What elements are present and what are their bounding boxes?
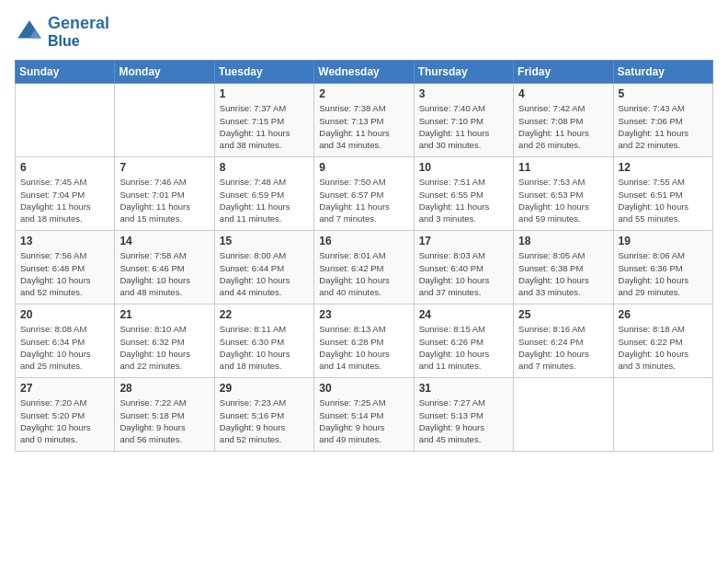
day-info: Sunrise: 7:38 AM Sunset: 7:13 PM Dayligh…	[319, 102, 408, 151]
calendar-header-row: SundayMondayTuesdayWednesdayThursdayFrid…	[16, 61, 713, 84]
day-number: 15	[220, 235, 309, 247]
day-cell: 11Sunrise: 7:53 AM Sunset: 6:53 PM Dayli…	[514, 157, 613, 231]
day-number: 16	[319, 235, 408, 247]
day-cell: 16Sunrise: 8:01 AM Sunset: 6:42 PM Dayli…	[314, 231, 414, 304]
day-number: 29	[220, 382, 309, 395]
day-cell: 4Sunrise: 7:42 AM Sunset: 7:08 PM Daylig…	[514, 84, 613, 157]
day-info: Sunrise: 7:40 AM Sunset: 7:10 PM Dayligh…	[419, 102, 508, 151]
day-info: Sunrise: 7:58 AM Sunset: 6:46 PM Dayligh…	[119, 249, 209, 298]
day-info: Sunrise: 8:13 AM Sunset: 6:28 PM Dayligh…	[319, 323, 408, 372]
day-info: Sunrise: 8:06 AM Sunset: 6:36 PM Dayligh…	[619, 249, 708, 298]
day-info: Sunrise: 7:48 AM Sunset: 6:59 PM Dayligh…	[220, 176, 309, 224]
day-info: Sunrise: 7:45 AM Sunset: 7:04 PM Dayligh…	[20, 176, 109, 224]
day-number: 17	[419, 235, 508, 247]
day-cell	[514, 378, 613, 452]
day-info: Sunrise: 7:42 AM Sunset: 7:08 PM Dayligh…	[518, 102, 608, 151]
calendar-table: SundayMondayTuesdayWednesdayThursdayFrid…	[15, 60, 713, 452]
day-cell: 23Sunrise: 8:13 AM Sunset: 6:28 PM Dayli…	[314, 304, 414, 378]
day-cell: 22Sunrise: 8:11 AM Sunset: 6:30 PM Dayli…	[214, 304, 313, 378]
day-cell: 25Sunrise: 8:16 AM Sunset: 6:24 PM Dayli…	[514, 304, 613, 378]
day-cell: 28Sunrise: 7:22 AM Sunset: 5:18 PM Dayli…	[115, 378, 214, 452]
day-number: 6	[20, 161, 109, 174]
col-header-monday: Monday	[115, 61, 214, 84]
day-cell: 5Sunrise: 7:43 AM Sunset: 7:06 PM Daylig…	[613, 84, 712, 157]
day-info: Sunrise: 7:43 AM Sunset: 7:06 PM Dayligh…	[619, 102, 708, 151]
day-info: Sunrise: 8:00 AM Sunset: 6:44 PM Dayligh…	[220, 249, 309, 298]
day-cell: 3Sunrise: 7:40 AM Sunset: 7:10 PM Daylig…	[414, 84, 513, 157]
day-info: Sunrise: 8:15 AM Sunset: 6:26 PM Dayligh…	[419, 323, 508, 372]
day-cell: 24Sunrise: 8:15 AM Sunset: 6:26 PM Dayli…	[414, 304, 513, 378]
day-info: Sunrise: 8:05 AM Sunset: 6:38 PM Dayligh…	[518, 249, 608, 298]
day-info: Sunrise: 8:10 AM Sunset: 6:32 PM Dayligh…	[119, 323, 209, 372]
day-cell: 8Sunrise: 7:48 AM Sunset: 6:59 PM Daylig…	[214, 157, 313, 231]
week-row-3: 13Sunrise: 7:56 AM Sunset: 6:48 PM Dayli…	[16, 231, 713, 304]
day-number: 2	[319, 87, 408, 100]
day-cell: 14Sunrise: 7:58 AM Sunset: 6:46 PM Dayli…	[115, 231, 214, 304]
day-cell: 21Sunrise: 8:10 AM Sunset: 6:32 PM Dayli…	[115, 304, 214, 378]
day-cell: 29Sunrise: 7:23 AM Sunset: 5:16 PM Dayli…	[214, 378, 313, 452]
day-info: Sunrise: 7:22 AM Sunset: 5:18 PM Dayligh…	[119, 396, 209, 445]
week-row-1: 1Sunrise: 7:37 AM Sunset: 7:15 PM Daylig…	[16, 84, 713, 157]
col-header-tuesday: Tuesday	[214, 61, 313, 84]
day-cell: 17Sunrise: 8:03 AM Sunset: 6:40 PM Dayli…	[414, 231, 513, 304]
col-header-saturday: Saturday	[613, 61, 712, 84]
day-cell: 20Sunrise: 8:08 AM Sunset: 6:34 PM Dayli…	[16, 304, 115, 378]
day-info: Sunrise: 8:01 AM Sunset: 6:42 PM Dayligh…	[319, 249, 408, 298]
day-info: Sunrise: 7:23 AM Sunset: 5:16 PM Dayligh…	[220, 396, 309, 445]
col-header-friday: Friday	[514, 61, 613, 84]
day-info: Sunrise: 8:03 AM Sunset: 6:40 PM Dayligh…	[419, 249, 508, 298]
day-number: 11	[518, 161, 608, 174]
day-number: 25	[518, 308, 608, 321]
day-number: 1	[220, 87, 309, 100]
day-number: 13	[20, 235, 109, 247]
day-info: Sunrise: 7:25 AM Sunset: 5:14 PM Dayligh…	[319, 396, 408, 445]
day-number: 7	[119, 161, 209, 174]
day-info: Sunrise: 8:16 AM Sunset: 6:24 PM Dayligh…	[518, 323, 608, 372]
day-info: Sunrise: 8:18 AM Sunset: 6:22 PM Dayligh…	[619, 323, 708, 372]
day-number: 30	[319, 382, 408, 395]
page-header: General Blue	[15, 15, 713, 49]
week-row-2: 6Sunrise: 7:45 AM Sunset: 7:04 PM Daylig…	[16, 157, 713, 231]
day-cell: 30Sunrise: 7:25 AM Sunset: 5:14 PM Dayli…	[314, 378, 414, 452]
day-number: 3	[419, 87, 508, 100]
day-cell: 12Sunrise: 7:55 AM Sunset: 6:51 PM Dayli…	[613, 157, 712, 231]
day-cell: 1Sunrise: 7:37 AM Sunset: 7:15 PM Daylig…	[214, 84, 313, 157]
week-row-5: 27Sunrise: 7:20 AM Sunset: 5:20 PM Dayli…	[16, 378, 713, 452]
day-number: 22	[220, 308, 309, 321]
day-info: Sunrise: 8:11 AM Sunset: 6:30 PM Dayligh…	[220, 323, 309, 372]
day-cell: 6Sunrise: 7:45 AM Sunset: 7:04 PM Daylig…	[16, 157, 115, 231]
day-info: Sunrise: 7:46 AM Sunset: 7:01 PM Dayligh…	[119, 176, 209, 224]
logo: General Blue	[15, 15, 109, 49]
logo-icon	[15, 17, 44, 47]
day-number: 23	[319, 308, 408, 321]
day-number: 8	[220, 161, 309, 174]
day-cell: 7Sunrise: 7:46 AM Sunset: 7:01 PM Daylig…	[115, 157, 214, 231]
day-info: Sunrise: 8:08 AM Sunset: 6:34 PM Dayligh…	[20, 323, 109, 372]
day-cell: 10Sunrise: 7:51 AM Sunset: 6:55 PM Dayli…	[414, 157, 513, 231]
day-cell: 26Sunrise: 8:18 AM Sunset: 6:22 PM Dayli…	[613, 304, 712, 378]
day-cell: 31Sunrise: 7:27 AM Sunset: 5:13 PM Dayli…	[414, 378, 513, 452]
day-number: 9	[319, 161, 408, 174]
week-row-4: 20Sunrise: 8:08 AM Sunset: 6:34 PM Dayli…	[16, 304, 713, 378]
day-cell: 13Sunrise: 7:56 AM Sunset: 6:48 PM Dayli…	[16, 231, 115, 304]
day-info: Sunrise: 7:37 AM Sunset: 7:15 PM Dayligh…	[220, 102, 309, 151]
day-number: 31	[419, 382, 508, 395]
day-number: 10	[419, 161, 508, 174]
day-number: 18	[518, 235, 608, 247]
col-header-sunday: Sunday	[16, 61, 115, 84]
col-header-wednesday: Wednesday	[314, 61, 414, 84]
day-cell: 27Sunrise: 7:20 AM Sunset: 5:20 PM Dayli…	[16, 378, 115, 452]
day-number: 28	[119, 382, 209, 395]
day-cell: 2Sunrise: 7:38 AM Sunset: 7:13 PM Daylig…	[314, 84, 414, 157]
day-info: Sunrise: 7:27 AM Sunset: 5:13 PM Dayligh…	[419, 396, 508, 445]
day-number: 24	[419, 308, 508, 321]
day-number: 21	[119, 308, 209, 321]
day-number: 5	[619, 87, 708, 100]
day-cell: 18Sunrise: 8:05 AM Sunset: 6:38 PM Dayli…	[514, 231, 613, 304]
day-info: Sunrise: 7:53 AM Sunset: 6:53 PM Dayligh…	[518, 176, 608, 224]
day-number: 12	[619, 161, 708, 174]
day-number: 19	[619, 235, 708, 247]
day-number: 26	[619, 308, 708, 321]
day-number: 20	[20, 308, 109, 321]
day-info: Sunrise: 7:55 AM Sunset: 6:51 PM Dayligh…	[619, 176, 708, 224]
